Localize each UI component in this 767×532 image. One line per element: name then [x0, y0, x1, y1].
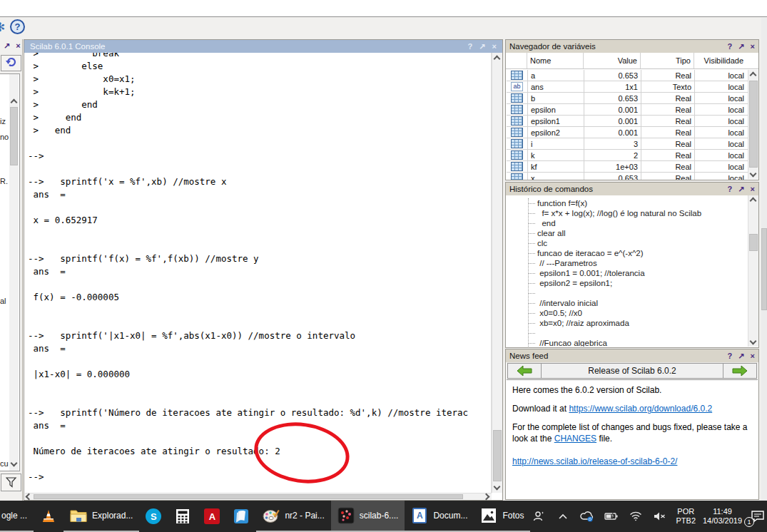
changes-link[interactable]: CHANGES — [554, 434, 596, 444]
dock-titlebar[interactable]: ↗ × — [0, 39, 22, 52]
history-entry[interactable]: funcao de iteracao = e^(-x^2) — [529, 248, 747, 258]
previous-article-button[interactable] — [507, 363, 542, 379]
release-notes-link[interactable]: http://news.scilab.io/release-of-scilab-… — [512, 456, 677, 466]
panel-titlebar[interactable]: Histórico de comandos ? ↗ × — [506, 183, 758, 195]
scrollbar-thumb[interactable] — [749, 81, 758, 168]
scrollbar-thumb[interactable] — [749, 234, 758, 251]
scroll-up-icon[interactable] — [494, 56, 501, 63]
history-entry[interactable]: clear all — [529, 228, 747, 238]
volume-muted-icon[interactable] — [651, 508, 669, 525]
console-titlebar[interactable]: Scilab 6.0.1 Console ? ↗ × — [24, 40, 502, 53]
scroll-right-icon[interactable] — [483, 493, 490, 501]
close-icon[interactable]: × — [751, 352, 755, 360]
table-row[interactable]: a 0.653 Real local — [507, 70, 748, 81]
table-row[interactable]: k 2 Real local — [507, 150, 748, 161]
column-header[interactable]: Value — [584, 53, 641, 68]
history-entry[interactable]: end — [529, 218, 747, 228]
download-link[interactable]: https://www.scilab.org/download/6.0.2 — [569, 404, 712, 414]
history-entry[interactable]: xb=x0; //raiz aproximada — [529, 318, 747, 328]
scrollbar-thumb[interactable] — [10, 107, 18, 165]
wifi-icon[interactable] — [627, 508, 644, 525]
close-icon[interactable]: × — [751, 42, 755, 51]
column-header[interactable]: Nome — [527, 53, 584, 68]
chevron-up-icon[interactable] — [554, 508, 572, 525]
console-output-area[interactable]: > break > else > x0=x1; > k=k+1; > end >… — [25, 53, 492, 493]
people-icon[interactable] — [530, 508, 547, 525]
console-vertical-scrollbar[interactable] — [492, 53, 502, 493]
history-entry[interactable]: epsilon1 = 0.001; //tolerancia — [529, 268, 747, 278]
variables-scrollbar[interactable] — [748, 70, 758, 179]
history-entry[interactable] — [529, 328, 747, 338]
scrollbar-thumb[interactable] — [493, 430, 502, 481]
help-icon[interactable]: ? — [468, 42, 473, 51]
dock-scrollbar[interactable] — [9, 74, 19, 471]
taskbar-window-paint[interactable]: nr2 - Pai... — [256, 501, 330, 532]
table-row[interactable]: epsilon2 0.001 Real local — [507, 127, 748, 138]
next-article-button[interactable] — [723, 363, 757, 379]
notification-center-button[interactable]: 1 — [749, 508, 766, 525]
panel-titlebar[interactable]: News feed ? ↗ × — [506, 349, 758, 362]
refresh-button[interactable] — [1, 55, 21, 71]
table-row[interactable]: b 0.653 Real local — [507, 93, 748, 104]
history-entry[interactable]: function f=f(x) — [529, 198, 747, 208]
history-entry[interactable]: // ---Parametros — [529, 258, 747, 268]
onedrive-sync-icon[interactable] — [579, 508, 596, 525]
scroll-up-icon[interactable] — [11, 99, 18, 106]
scrollbar-thumb[interactable] — [761, 228, 767, 310]
help-icon[interactable]: ? — [728, 42, 733, 51]
background-window-scrollbar[interactable] — [761, 18, 767, 501]
scroll-up-icon[interactable] — [750, 72, 757, 79]
taskbar-window-scilab[interactable]: scilab-6.... — [331, 501, 405, 532]
help-icon[interactable]: ? — [728, 352, 733, 360]
history-scrollbar[interactable] — [748, 195, 758, 347]
table-row[interactable]: epsilon 0.001 Real local — [507, 104, 748, 116]
history-entry[interactable]: x0=0.5; //x0 — [529, 308, 747, 318]
scrollbar-thumb[interactable] — [34, 494, 463, 499]
close-icon[interactable]: × — [16, 41, 20, 50]
help-icon[interactable]: ? — [10, 19, 25, 34]
console-horizontal-scrollbar[interactable] — [25, 493, 492, 500]
close-icon[interactable]: × — [751, 185, 755, 193]
table-row[interactable]: i 3 Real local — [507, 138, 748, 150]
scroll-down-icon[interactable] — [11, 460, 18, 467]
taskbar-calculator-button[interactable] — [168, 501, 198, 532]
history-entry[interactable]: //intervalo inicial — [529, 298, 747, 308]
dock-file-list[interactable]: iz no R. al cu — [0, 73, 20, 471]
taskbar-window-photos[interactable]: Fotos — [474, 501, 530, 532]
filter-button[interactable] — [1, 474, 21, 491]
table-row[interactable]: ab ans 1x1 Texto local — [507, 81, 748, 93]
taskbar-window-explorer[interactable]: Explorad... — [64, 501, 139, 532]
scroll-left-icon[interactable] — [26, 493, 33, 501]
table-row[interactable]: epsilon1 0.001 Real local — [507, 116, 748, 127]
history-entry[interactable]: f= x*x + log(x); //log() é log natural n… — [529, 208, 747, 218]
battery-icon[interactable] — [603, 508, 620, 525]
undock-icon[interactable]: ↗ — [738, 42, 744, 51]
undock-icon[interactable]: ↗ — [4, 41, 10, 51]
panel-titlebar[interactable]: Navegador de variáveis ? ↗ × — [506, 40, 758, 53]
clock[interactable]: 11:49 14/03/2019 — [703, 507, 742, 526]
history-entry[interactable]: //Funcao algebrica — [529, 338, 747, 347]
table-row[interactable]: kf 1e+03 Real local — [507, 161, 748, 173]
taskbar-skype-button[interactable]: S — [139, 501, 168, 532]
scroll-up-icon[interactable] — [750, 198, 757, 205]
close-icon[interactable]: × — [492, 42, 497, 51]
history-entry[interactable]: epsilon2 = epsilon1; — [529, 278, 747, 288]
undock-icon[interactable]: ↗ — [738, 352, 744, 361]
column-header[interactable]: Visibilidade — [694, 53, 746, 68]
column-header[interactable]: Tipo — [641, 53, 694, 68]
undock-icon[interactable]: ↗ — [738, 185, 744, 194]
help-icon[interactable]: ? — [728, 185, 733, 193]
settings-icon[interactable]: ✻ — [0, 20, 5, 35]
taskbar-journal-button[interactable] — [226, 501, 256, 532]
taskbar-window-wordpad[interactable]: A Docum... — [405, 501, 474, 532]
undock-icon[interactable]: ↗ — [479, 42, 485, 51]
history-entry[interactable]: clc — [529, 238, 747, 248]
language-indicator[interactable]: POR PTB2 — [676, 507, 696, 526]
taskbar-vlc-button[interactable] — [34, 501, 64, 532]
scroll-down-icon[interactable] — [750, 338, 757, 345]
scroll-down-icon[interactable] — [750, 170, 757, 178]
history-entry[interactable] — [529, 288, 747, 298]
scroll-down-icon[interactable] — [494, 484, 501, 491]
taskbar-window-browser[interactable]: ogle ... — [0, 501, 34, 532]
table-row[interactable]: x 0.653 Real local — [507, 173, 748, 180]
